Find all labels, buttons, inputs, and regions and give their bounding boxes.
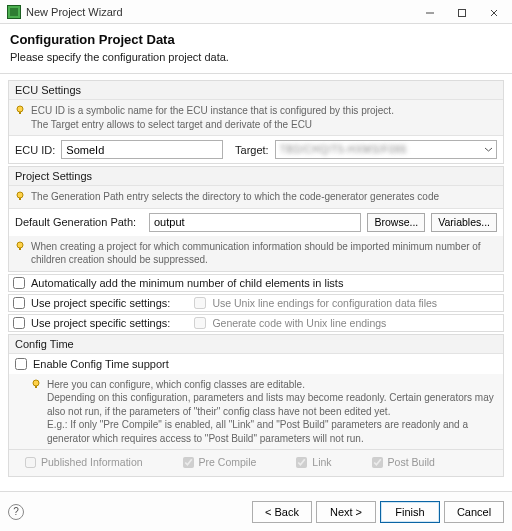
browse-button[interactable]: Browse... (367, 213, 425, 232)
page-title: Configuration Project Data (10, 32, 502, 47)
opt-pre-compile: Pre Compile (183, 456, 257, 468)
opt-post-build: Post Build (372, 456, 435, 468)
maximize-button[interactable] (446, 0, 478, 24)
group-title-config-time: Config Time (9, 335, 503, 354)
tip-config-time: Here you can configure, which config cla… (9, 374, 503, 450)
row-auto-add[interactable]: Automatically add the minimum number of … (8, 274, 504, 292)
tip-ct-l1: Here you can configure, which config cla… (47, 378, 497, 392)
next-button[interactable]: Next > (316, 501, 376, 523)
label-target: Target: (235, 144, 269, 156)
label-gen-path: Default Generation Path: (15, 216, 143, 228)
minimize-button[interactable] (414, 0, 446, 24)
svg-point-4 (17, 106, 23, 112)
label-pss2: Use project specific settings: (31, 317, 170, 329)
select-target[interactable]: TBD/CHQ/T5-HXMS/F086 (275, 140, 497, 159)
window-title: New Project Wizard (26, 6, 414, 18)
row-pss2[interactable]: Use project specific settings: Generate … (8, 314, 504, 332)
label-pss1: Use project specific settings: (31, 297, 170, 309)
svg-rect-9 (19, 248, 21, 250)
label-pss2-sub: Generate code with Unix line endings (212, 317, 386, 329)
variables-button[interactable]: Variables... (431, 213, 497, 232)
back-button[interactable]: < Back (252, 501, 312, 523)
checkbox-pss1-sub (194, 297, 206, 309)
target-value: TBD/CHQ/T5-HXMS/F086 (280, 144, 407, 155)
label-pss1-sub: Use Unix line endings for configuration … (212, 297, 437, 309)
lightbulb-icon (15, 241, 25, 251)
label-enable-config-time: Enable Config Time support (33, 358, 169, 370)
content-area: ECU Settings ECU ID is a symbolic name f… (0, 74, 512, 504)
label-ecu-id: ECU ID: (15, 144, 55, 156)
group-config-time: Config Time Enable Config Time support H… (8, 334, 504, 478)
group-title-project: Project Settings (9, 167, 503, 186)
tip-project2: When creating a project for which commun… (9, 236, 503, 271)
svg-rect-1 (459, 9, 466, 16)
chevron-down-icon (484, 144, 493, 156)
svg-point-6 (17, 192, 23, 198)
svg-point-10 (33, 380, 39, 386)
group-project-settings: Project Settings The Generation Path ent… (8, 166, 504, 272)
input-ecu-id[interactable] (61, 140, 223, 159)
cancel-button[interactable]: Cancel (444, 501, 504, 523)
wizard-header: Configuration Project Data Please specif… (0, 24, 512, 74)
lightbulb-icon (15, 191, 25, 201)
tip-ecu-line1: ECU ID is a symbolic name for the ECU in… (31, 104, 394, 118)
group-title-ecu: ECU Settings (9, 81, 503, 100)
row-pss1[interactable]: Use project specific settings: Use Unix … (8, 294, 504, 312)
tip-project-text: The Generation Path entry selects the di… (31, 190, 439, 204)
wizard-footer: ? < Back Next > Finish Cancel (0, 491, 512, 531)
checkbox-enable-config-time[interactable] (15, 358, 27, 370)
tip-project2-text: When creating a project for which commun… (31, 240, 497, 267)
svg-point-8 (17, 242, 23, 248)
lightbulb-icon (15, 105, 25, 115)
lightbulb-icon (31, 379, 41, 389)
opt-published-info: Published Information (25, 456, 143, 468)
group-ecu-settings: ECU Settings ECU ID is a symbolic name f… (8, 80, 504, 164)
help-button[interactable]: ? (8, 504, 24, 520)
tip-ct-l3: E.g.: If only "Pre Compile" is enabled, … (47, 418, 497, 445)
tip-ecu: ECU ID is a symbolic name for the ECU in… (9, 100, 503, 136)
tip-project: The Generation Path entry selects the di… (9, 186, 503, 209)
opt-link: Link (296, 456, 331, 468)
label-auto-add: Automatically add the minimum number of … (31, 277, 343, 289)
checkbox-pss1[interactable] (13, 297, 25, 309)
finish-button[interactable]: Finish (380, 501, 440, 523)
config-time-options: Published Information Pre Compile Link P… (9, 449, 503, 476)
checkbox-pss2-sub (194, 317, 206, 329)
titlebar: New Project Wizard (0, 0, 512, 24)
tip-ct-l2: Depending on this configuration, paramet… (47, 391, 497, 418)
svg-rect-11 (35, 386, 37, 388)
app-icon (7, 5, 21, 19)
close-button[interactable] (478, 0, 510, 24)
page-subtitle: Please specify the configuration project… (10, 51, 502, 63)
input-gen-path[interactable] (149, 213, 361, 232)
svg-rect-5 (19, 112, 21, 114)
row-ecu-id: ECU ID: Target: TBD/CHQ/T5-HXMS/F086 (9, 136, 503, 163)
svg-rect-7 (19, 198, 21, 200)
checkbox-pss2[interactable] (13, 317, 25, 329)
checkbox-auto-add[interactable] (13, 277, 25, 289)
tip-ecu-line2: The Target entry allows to select target… (31, 118, 394, 132)
row-gen-path: Default Generation Path: Browse... Varia… (9, 209, 503, 236)
row-enable-config-time[interactable]: Enable Config Time support (9, 354, 503, 374)
